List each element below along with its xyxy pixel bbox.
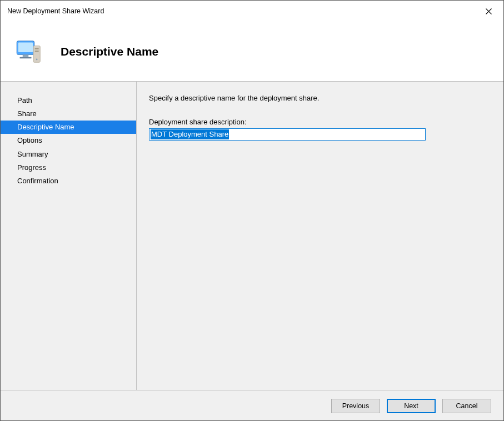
computer-icon <box>14 36 45 67</box>
description-input[interactable]: MDT Deployment Share <box>149 128 426 141</box>
wizard-heading: Descriptive Name <box>61 45 158 58</box>
step-summary[interactable]: Summary <box>1 148 136 161</box>
wizard-footer: Previous Next Cancel <box>1 390 503 421</box>
titlebar: New Deployment Share Wizard <box>1 1 503 22</box>
wizard-steps-sidebar: Path Share Descriptive Name Options Summ… <box>1 82 136 390</box>
svg-rect-6 <box>35 51 39 52</box>
step-path[interactable]: Path <box>1 94 136 107</box>
svg-point-7 <box>36 58 38 60</box>
description-label: Deployment share description: <box>149 118 491 126</box>
step-descriptive-name[interactable]: Descriptive Name <box>1 121 136 134</box>
step-share[interactable]: Share <box>1 107 136 121</box>
step-options[interactable]: Options <box>1 134 136 147</box>
previous-button[interactable]: Previous <box>331 399 380 413</box>
svg-rect-2 <box>23 54 29 57</box>
svg-rect-3 <box>20 57 32 58</box>
next-button[interactable]: Next <box>387 399 436 413</box>
step-confirmation[interactable]: Confirmation <box>1 174 136 188</box>
svg-rect-1 <box>18 42 33 52</box>
instruction-text: Specify a descriptive name for the deplo… <box>149 94 491 102</box>
wizard-main-panel: Specify a descriptive name for the deplo… <box>136 82 503 390</box>
window-title: New Deployment Share Wizard <box>7 7 104 15</box>
wizard-body: Path Share Descriptive Name Options Summ… <box>1 82 503 390</box>
svg-rect-5 <box>35 48 39 49</box>
close-icon <box>486 8 492 14</box>
description-input-value: MDT Deployment Share <box>151 129 229 139</box>
wizard-header: Descriptive Name <box>1 22 503 82</box>
cancel-button[interactable]: Cancel <box>442 399 491 413</box>
step-progress[interactable]: Progress <box>1 161 136 174</box>
close-button[interactable] <box>476 2 501 20</box>
